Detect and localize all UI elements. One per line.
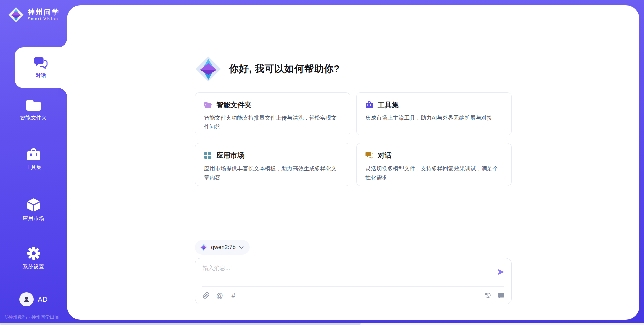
brand-subtitle: Smart Vision: [28, 17, 60, 21]
model-selector[interactable]: qwen2:7b: [195, 240, 250, 255]
chat-bubbles-icon: [34, 57, 48, 69]
paperclip-icon[interactable]: [202, 291, 210, 300]
card-title: 应用市场: [216, 151, 245, 160]
sidebar-item-label: 工具集: [25, 164, 42, 171]
scrollbar-thumb[interactable]: [0, 323, 361, 325]
folder-open-icon: [204, 101, 212, 109]
model-name: qwen2:7b: [211, 244, 236, 251]
card-description: 应用市场提供丰富长文本模板，助力高效生成多样化文章内容: [204, 164, 341, 182]
sidebar-item-label: 应用市场: [23, 215, 44, 222]
card-title: 对话: [378, 151, 392, 160]
grid-icon: [204, 152, 212, 159]
toolbox-icon: [26, 148, 41, 161]
card-description: 集成市场上主流工具，助力AI与外界无缝扩展与对接: [365, 113, 502, 122]
sidebar-item-label: 智能文件夹: [20, 115, 47, 121]
chat-bubbles-icon: [365, 152, 373, 159]
card-toolset[interactable]: 工具集 集成市场上主流工具，助力AI与外界无缝扩展与对接: [356, 92, 512, 135]
message-input[interactable]: [202, 264, 492, 278]
sidebar-item-label: 系统设置: [23, 264, 44, 270]
cube-icon: [26, 198, 41, 212]
sidebar-item-toolset[interactable]: 工具集: [0, 148, 67, 171]
main-panel: 你好, 我可以如何帮助你? 智能文件夹 智能文件夹功能支持批量文件上传与清洗，轻…: [67, 5, 639, 320]
brand-text: 神州问学 Smart Vision: [28, 8, 60, 21]
sidebar-item-settings[interactable]: 系统设置: [0, 246, 67, 270]
gear-icon: [26, 246, 41, 261]
avatar: [19, 292, 34, 306]
send-icon[interactable]: [496, 268, 505, 276]
feature-cards: 智能文件夹 智能文件夹功能支持批量文件上传与清洗，轻松实现文件问答 工具集: [195, 92, 512, 186]
card-title: 工具集: [378, 100, 399, 110]
copyright-footer: ©神州数码 · 神州问学出品: [5, 314, 59, 320]
person-avatar-icon: [22, 295, 31, 303]
gem-diamond-logo-icon: [195, 56, 222, 82]
sidebar: 神州问学 Smart Vision 对话 智能文件夹 工具集: [0, 0, 67, 325]
gem-diamond-logo-icon: [200, 243, 208, 251]
horizontal-scrollbar[interactable]: [0, 323, 644, 325]
card-title: 智能文件夹: [216, 100, 252, 110]
history-icon[interactable]: [484, 291, 492, 300]
hashtag-icon[interactable]: #: [229, 291, 237, 300]
card-app-market[interactable]: 应用市场 应用市场提供丰富长文本模板，助力高效生成多样化文章内容: [195, 143, 350, 186]
card-description: 灵活切换多模型文件，支持多样回复效果调试，满足个性化需求: [365, 164, 502, 182]
composer-toolbar: @ #: [202, 287, 505, 304]
card-smart-folder[interactable]: 智能文件夹 智能文件夹功能支持批量文件上传与清洗，轻松实现文件问答: [195, 92, 350, 135]
greeting-title: 你好, 我可以如何帮助你?: [229, 62, 340, 76]
sidebar-item-smart-folder[interactable]: 智能文件夹: [0, 99, 67, 121]
sidebar-item-chat[interactable]: 对话: [15, 47, 67, 88]
message-icon[interactable]: [497, 291, 505, 300]
gem-diamond-logo-icon: [8, 7, 24, 23]
chevron-down-icon: [239, 246, 244, 249]
brand-logo: 神州问学 Smart Vision: [8, 7, 60, 23]
folder-icon: [26, 99, 41, 112]
greeting: 你好, 我可以如何帮助你?: [195, 56, 340, 82]
user-name: AD: [38, 296, 48, 303]
card-chat[interactable]: 对话 灵活切换多模型文件，支持多样回复效果调试，满足个性化需求: [356, 143, 512, 186]
at-mention-icon[interactable]: @: [216, 291, 224, 300]
sidebar-item-app-market[interactable]: 应用市场: [0, 198, 67, 222]
message-composer: @ #: [195, 258, 512, 304]
brand-name: 神州问学: [28, 8, 60, 16]
toolbox-icon: [365, 101, 373, 109]
user-profile[interactable]: AD: [0, 292, 67, 306]
sidebar-item-label: 对话: [36, 72, 46, 79]
card-description: 智能文件夹功能支持批量文件上传与清洗，轻松实现文件问答: [204, 113, 341, 131]
